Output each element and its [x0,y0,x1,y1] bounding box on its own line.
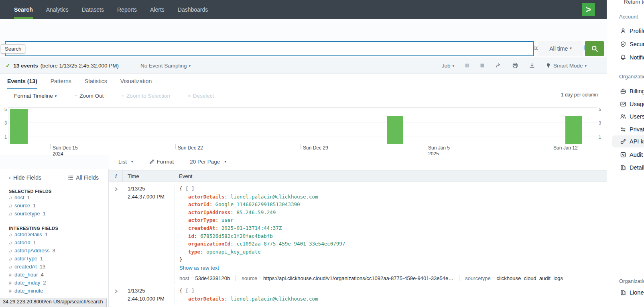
y-axis-label-left-5: 5 [2,107,7,112]
x-tick [551,144,551,149]
timeline-bar-3[interactable] [565,116,582,144]
menu-item-billing[interactable]: Billing [607,85,644,97]
x-axis-label-dec22: Sun Dec 22 [178,145,203,151]
menu-item-notifications[interactable]: Notifications [607,51,644,63]
tab-statistics-label: Statistics [85,78,107,84]
field-type-icon: a [9,210,14,218]
field-item-host[interactable]: ahost1 [0,194,108,202]
format-timeline-dropdown[interactable]: Format Timeline [14,93,57,99]
share-job-button[interactable] [495,62,502,69]
pause-icon [465,63,469,68]
tab-patterns[interactable]: Patterns [51,74,71,89]
result-tabs: Events (13) Patterns Statistics Visualiz… [0,74,607,89]
field-item-date_hour[interactable]: #date_hour4 [0,271,108,279]
zoom-to-selection-button[interactable]: Zoom to Selection [121,93,170,99]
return-to-link[interactable]: Return to [624,0,644,5]
events-table: i Time Event 1/13/25 2:44:37.000 PM [109,169,607,307]
list-view-dropdown[interactable]: List [118,159,133,165]
nav-tab-datasets[interactable]: Datasets [82,0,104,19]
timeline-bar-2[interactable] [387,116,403,144]
event-meta-source[interactable]: source = https://api.clickhouse.cloud/v1… [236,275,459,281]
event-sampling-dropdown[interactable]: No Event Sampling [140,63,191,69]
x-tick [426,144,426,149]
hide-fields-button[interactable]: Hide Fields [9,174,41,181]
y-axis-label-right-5: 5 [599,107,601,112]
page-header: New Search Search Save As Create Table V… [0,19,607,40]
nav-tab-reports[interactable]: Reports [117,0,137,19]
search-bar: * All time [0,40,607,57]
field-type-icon: a [9,231,14,239]
field-item-actorType[interactable]: aactorType1 [0,255,108,263]
clickhouse-app-icon[interactable]: > [582,3,595,16]
zoom-out-button[interactable]: Zoom Out [74,93,104,99]
nav-tab-analytics[interactable]: Analytics [46,0,69,19]
event-expand-button[interactable] [109,287,123,305]
field-item-actorIpAddress[interactable]: aactorIpAddress3 [0,247,108,255]
column-header-event: Event [174,170,607,182]
menu-item-organization-lionel[interactable]: Lionel [607,287,644,299]
menu-item-private-endpoints[interactable]: Private [607,123,644,135]
nav-tab-reports-label: Reports [117,6,137,13]
tab-statistics[interactable]: Statistics [85,74,107,89]
event-expand-button[interactable] [109,185,123,284]
export-button[interactable] [529,62,535,69]
cloud-settings-panel: Return to Account Profile Security Notif… [607,0,644,307]
field-item-date_mday[interactable]: #date_mday2 [0,279,108,287]
y-axis-label-left-1: 1 [2,135,7,139]
field-item-date_minute[interactable]: #date_minute [0,287,108,295]
nav-tab-search-label: Search [14,6,33,13]
menu-item-users[interactable]: Users [607,111,644,123]
private-endpoints-icon [620,126,626,133]
nav-tab-alerts[interactable]: Alerts [150,0,165,19]
tab-visualization[interactable]: Visualization [120,74,152,89]
time-range-picker[interactable]: All time [538,41,583,56]
results-content: Hide Fields All Fields SELECTED FIELDS a… [0,169,607,307]
usage-icon [620,101,626,107]
events-qualifier: (before 1/13/25 2:45:32.000 PM) [41,63,119,69]
field-item-sourcetype[interactable]: asourcetype1 [0,210,108,218]
menu-item-details[interactable]: Details [607,162,644,174]
events-timeline-chart[interactable]: 5 3 1 5 3 1 Sun Dec 152024 Sun Dec 22 Su… [0,104,607,155]
menu-item-api-keys[interactable]: API keys [612,135,644,147]
field-item-source[interactable]: asource1 [0,202,108,210]
menu-item-profile[interactable]: Profile [607,25,644,37]
menu-item-audit[interactable]: Audit [607,149,644,161]
show-raw-text-link[interactable]: Show as raw text [179,265,607,271]
menu-item-usage[interactable]: Usage [607,98,644,110]
timeline-bar-1[interactable] [10,109,28,144]
tab-events[interactable]: Events (13) [7,74,37,89]
gridline-5 [8,109,597,109]
field-item-actorDetails[interactable]: aactorDetails1 [0,231,108,239]
tab-events-label: Events (13) [7,78,37,84]
format-results-button[interactable]: Format [149,159,174,165]
stop-job-button[interactable] [480,63,485,68]
all-fields-button[interactable]: All Fields [68,174,99,181]
timeline-plot-area[interactable]: 5 3 1 5 3 1 Sun Dec 152024 Sun Dec 22 Su… [8,107,597,144]
event-meta-sourcetype[interactable]: sourcetype = clickhouse_cloud_audit_logs [459,275,569,281]
job-menu[interactable]: Job [442,63,454,69]
pause-job-button[interactable] [465,63,469,68]
menu-item-security[interactable]: Security [607,38,644,50]
field-type-icon: # [9,271,14,279]
column-header-time: Time [123,170,174,182]
event-meta-host[interactable]: host = 53de4339120b [179,275,236,281]
nav-tab-dashboards[interactable]: Dashboards [178,0,208,19]
print-button[interactable] [512,62,518,69]
search-submit-button[interactable] [585,41,604,56]
search-mode-selector[interactable]: Smart Mode [546,63,587,69]
screen: Search Analytics Datasets Reports Alerts… [0,0,644,307]
y-axis-label-right-1: 1 [599,135,601,139]
pencil-icon [149,159,154,164]
event-timestamp[interactable]: 1/13/25 2:44:10.000 PM [123,287,174,305]
nav-tab-search[interactable]: Search [14,0,33,19]
per-page-dropdown[interactable]: 20 Per Page [190,159,226,165]
collapse-json-link[interactable]: [-] [185,186,195,192]
field-item-createdAt[interactable]: acreatedAt13 [0,263,108,271]
search-input[interactable]: * [5,41,534,56]
event-timestamp[interactable]: 1/13/25 2:44:37.000 PM [123,185,174,284]
deselect-button[interactable]: Deselect [188,93,214,99]
x-tick [301,144,301,149]
nav-tab-analytics-label: Analytics [46,6,69,13]
collapse-json-link[interactable]: [-] [185,288,195,294]
field-item-actorId[interactable]: aactorId1 [0,239,108,247]
